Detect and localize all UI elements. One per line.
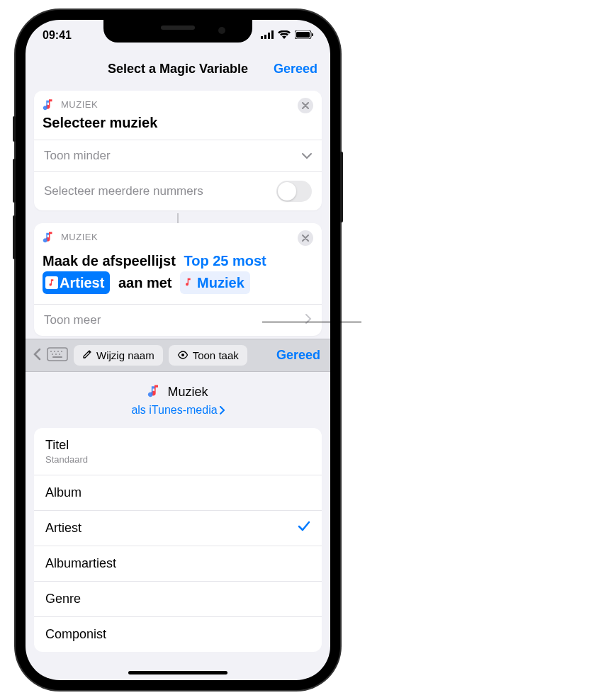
callout-line [262, 322, 361, 322]
list-item[interactable]: Album [34, 475, 322, 511]
notch [103, 20, 252, 43]
variable-type-link[interactable]: als iTunes-media [131, 404, 224, 417]
action-title: Selecteer muziek [34, 113, 322, 140]
show-task-button[interactable]: Toon taak [169, 345, 247, 366]
svg-rect-1 [264, 35, 266, 39]
show-less-row[interactable]: Toon minder [34, 140, 322, 171]
battery-icon [295, 29, 313, 42]
status-time: 09:41 [43, 29, 72, 42]
list-item[interactable]: Albumartiest [34, 546, 322, 582]
svg-rect-2 [268, 33, 270, 39]
card-header: MUZIEK [34, 223, 322, 246]
action-card-select-music: MUZIEK Selecteer muziek Toon minder Sele… [34, 91, 322, 210]
property-sublabel: Standaard [45, 454, 88, 465]
phone-frame: 09:41 Select a Magic Variable Gereed [16, 10, 340, 690]
artist-variable-pill[interactable]: Artiest [43, 271, 110, 294]
show-more-label: Toon meer [44, 313, 305, 327]
rename-label: Wijzig naam [96, 349, 154, 361]
nav-title: Select a Magic Variable [108, 62, 248, 77]
eye-icon [177, 349, 189, 361]
svg-rect-0 [261, 36, 263, 39]
side-button-vol-up [13, 159, 16, 203]
toggle-knob [278, 182, 296, 201]
checkmark-icon [298, 521, 310, 536]
home-indicator[interactable] [128, 671, 227, 674]
variable-title: Muziek [147, 383, 208, 401]
variable-type-text: als iTunes-media [131, 404, 217, 417]
pill-label: Muziek [197, 272, 244, 293]
music-icon [43, 98, 55, 111]
show-more-row[interactable]: Toon meer [34, 304, 322, 336]
cellular-icon [261, 29, 274, 42]
music-variable-pill[interactable]: Muziek [180, 271, 250, 294]
nav-bar: Select a Magic Variable Gereed [26, 51, 330, 86]
variable-header: Muziek als iTunes-media [26, 372, 330, 424]
toolbar-done-button[interactable]: Gereed [276, 348, 323, 363]
show-less-label: Toon minder [44, 149, 302, 163]
rename-button[interactable]: Wijzig naam [74, 345, 163, 366]
card-app-label: MUZIEK [61, 99, 98, 110]
select-multiple-row: Selecteer meerdere nummers [34, 171, 322, 210]
svg-point-8 [50, 351, 52, 352]
content-area: MUZIEK Selecteer muziek Toon minder Sele… [26, 86, 330, 336]
music-icon [183, 272, 194, 293]
side-button-mute [13, 116, 16, 142]
select-multiple-toggle[interactable] [276, 181, 312, 202]
card-app-label: MUZIEK [61, 232, 98, 242]
svg-point-16 [181, 354, 184, 356]
select-multiple-label: Selecteer meerdere nummers [44, 184, 276, 198]
svg-point-12 [52, 354, 53, 355]
list-item[interactable]: Titel Standaard [34, 428, 322, 475]
side-button-vol-down [13, 215, 16, 259]
pencil-icon [82, 349, 92, 361]
property-label: Albumartiest [45, 556, 116, 571]
property-label: Artiest [45, 521, 81, 536]
svg-rect-5 [296, 32, 310, 38]
variable-title-text: Muziek [167, 385, 208, 400]
svg-point-11 [61, 351, 62, 352]
property-label: Componist [45, 627, 106, 642]
svg-rect-7 [47, 348, 67, 361]
property-label: Titel [45, 438, 69, 452]
side-button-power [340, 152, 343, 222]
close-button[interactable] [298, 230, 313, 246]
chevron-down-icon [302, 149, 312, 163]
back-chevron-button[interactable] [33, 348, 41, 363]
text-segment: aan met [118, 275, 172, 290]
list-item[interactable]: Genre [34, 582, 322, 617]
music-icon [45, 276, 58, 289]
action-connector [177, 213, 179, 223]
svg-point-10 [57, 351, 59, 352]
chevron-right-icon [305, 313, 312, 327]
close-button[interactable] [298, 98, 313, 113]
playlist-name-token[interactable]: Top 25 most [184, 253, 266, 269]
card-header: MUZIEK [34, 91, 322, 113]
property-label: Album [45, 485, 81, 500]
keyboard-toolbar: Wijzig naam Toon taak Gereed [26, 339, 330, 372]
nav-done-button[interactable]: Gereed [274, 62, 317, 77]
svg-point-9 [54, 351, 55, 352]
music-icon [43, 230, 55, 243]
action-card-create-playlist: MUZIEK Maak de afspeellijst Top 25 most … [34, 223, 322, 336]
svg-point-14 [59, 354, 60, 355]
notch-speaker [161, 26, 195, 30]
status-icons [261, 29, 313, 42]
pill-label: Artiest [60, 272, 104, 293]
property-list: Titel Standaard Album Artiest Albumartie… [34, 428, 322, 652]
notch-camera [218, 27, 225, 34]
action-rich-text: Maak de afspeellijst Top 25 most Artiest… [34, 246, 322, 304]
music-icon [147, 383, 162, 401]
phone-screen: 09:41 Select a Magic Variable Gereed [26, 20, 330, 680]
svg-rect-3 [271, 30, 274, 39]
svg-rect-15 [52, 356, 62, 358]
svg-point-13 [55, 354, 57, 355]
svg-rect-6 [312, 33, 313, 36]
show-task-label: Toon taak [193, 349, 239, 361]
property-label: Genre [45, 592, 81, 606]
wifi-icon [278, 29, 291, 42]
keyboard-icon[interactable] [47, 347, 68, 364]
list-item[interactable]: Artiest [34, 511, 322, 546]
list-item[interactable]: Componist [34, 617, 322, 652]
text-segment: Maak de afspeellijst [43, 253, 176, 269]
